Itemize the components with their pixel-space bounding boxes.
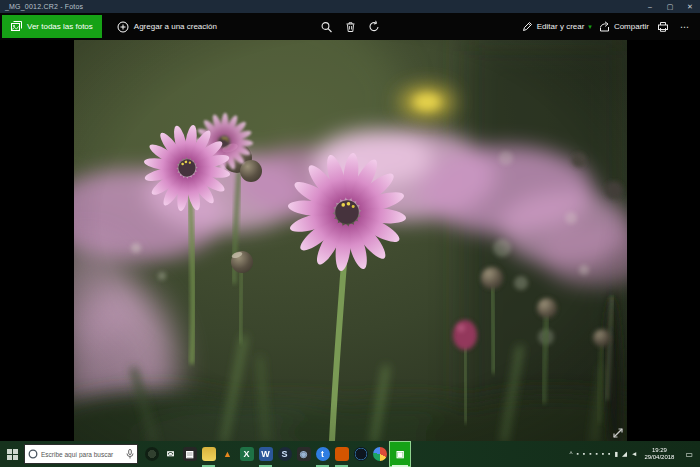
taskbar-search[interactable] [24, 444, 138, 464]
photos-app-window: _MG_0012.CR2 - Fotos – ▢ ✕ Ver todas las… [0, 0, 700, 467]
title-bar: _MG_0012.CR2 - Fotos – ▢ ✕ [0, 0, 700, 13]
photo-viewer-stage [0, 40, 700, 441]
edit-create-label: Editar y crear [537, 22, 585, 31]
flower-photo-image [74, 40, 627, 441]
chrome-icon[interactable] [370, 441, 389, 467]
notes-app-icon[interactable]: ▤ [180, 441, 199, 467]
task-view-icon[interactable] [142, 441, 161, 467]
taskbar: ✉▤▲XWS◉t▣ ^▪▪▪▪▪▪▮◢◄ 19:29 29/04/2018 ▭ [0, 441, 700, 467]
window-controls: – ▢ ✕ [640, 0, 700, 13]
word-icon[interactable]: W [256, 441, 275, 467]
photos-icon[interactable]: ▣ [389, 441, 411, 467]
add-to-creation-button[interactable]: Agregar a una creación [108, 15, 226, 38]
photo-canvas[interactable] [74, 40, 627, 441]
center-tools [320, 20, 381, 33]
add-creation-icon [117, 21, 129, 33]
zoom-icon[interactable] [320, 20, 333, 33]
start-button[interactable] [0, 441, 24, 467]
window-title: _MG_0012.CR2 - Fotos [0, 3, 83, 10]
share-button[interactable]: Compartir [599, 21, 649, 32]
system-tray: ^▪▪▪▪▪▪▮◢◄ 19:29 29/04/2018 ▭ [569, 447, 700, 461]
edit-icon [522, 21, 533, 32]
mail-icon[interactable]: ✉ [161, 441, 180, 467]
search-input[interactable] [41, 451, 123, 458]
minimize-button[interactable]: – [640, 0, 660, 13]
resize-icon[interactable] [613, 428, 623, 438]
tray-app-6-icon[interactable]: ▪ [608, 451, 610, 458]
action-center-icon[interactable]: ▭ [681, 450, 697, 459]
close-button[interactable]: ✕ [680, 0, 700, 13]
file-explorer-icon[interactable] [199, 441, 218, 467]
tray-app-2-icon[interactable]: ▪ [583, 451, 585, 458]
edit-create-button[interactable]: Editar y crear ▾ [522, 21, 592, 32]
microphone-icon[interactable] [126, 449, 134, 459]
taskbar-clock[interactable]: 19:29 29/04/2018 [641, 447, 677, 461]
thunderbird-icon[interactable]: t [313, 441, 332, 467]
excel-icon[interactable]: X [237, 441, 256, 467]
tray-app-1-icon[interactable]: ▪ [577, 451, 579, 458]
dark-app-icon[interactable]: ◉ [294, 441, 313, 467]
clock-time: 19:29 [652, 447, 667, 454]
taskbar-apps: ✉▤▲XWS◉t▣ [142, 441, 411, 467]
rotate-icon[interactable] [368, 20, 381, 33]
ring-app-icon[interactable] [351, 441, 370, 467]
volume-icon[interactable]: ◄ [631, 451, 637, 458]
tray-app-5-icon[interactable]: ▪ [602, 451, 604, 458]
maximize-button[interactable]: ▢ [660, 0, 680, 13]
chevron-down-icon: ▾ [588, 23, 592, 31]
hidden-icons-icon[interactable]: ^ [569, 451, 572, 458]
view-all-photos-label: Ver todas las fotos [27, 22, 93, 31]
view-all-photos-button[interactable]: Ver todas las fotos [2, 15, 102, 38]
add-to-creation-label: Agregar a una creación [134, 22, 217, 31]
tray-app-3-icon[interactable]: ▪ [589, 451, 591, 458]
tray-app-4-icon[interactable]: ▪ [595, 451, 597, 458]
cortana-icon [28, 449, 38, 459]
share-icon [599, 21, 610, 32]
orange-app-icon[interactable] [332, 441, 351, 467]
more-options-button[interactable]: ⋯ [676, 22, 694, 32]
clock-date: 29/04/2018 [644, 454, 674, 461]
vlc-icon[interactable]: ▲ [218, 441, 237, 467]
battery-icon[interactable]: ▮ [614, 451, 618, 458]
share-label: Compartir [614, 22, 649, 31]
tray-icons-wrap: ^▪▪▪▪▪▪▮◢◄ [569, 451, 637, 458]
photo-grid-icon [11, 21, 22, 32]
print-icon[interactable] [656, 20, 669, 33]
delete-icon[interactable] [344, 20, 357, 33]
command-bar: Ver todas las fotos Agregar a una creaci… [0, 13, 700, 40]
right-tools: Editar y crear ▾ Compartir ⋯ [522, 20, 700, 33]
network-icon[interactable]: ◢ [622, 451, 627, 458]
steam-icon[interactable]: S [275, 441, 294, 467]
